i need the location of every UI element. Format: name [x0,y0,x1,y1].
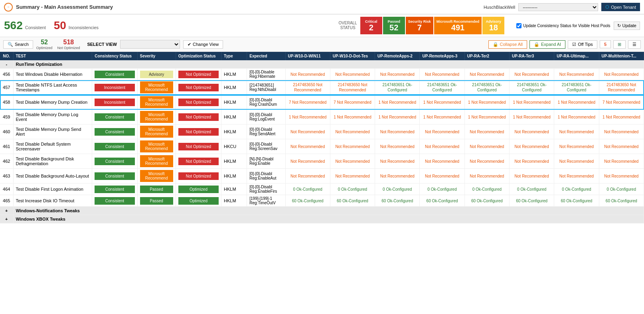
col-header-host-7: UP-RA-Ultimap... [554,52,599,60]
col-header-host-6: UP-RA-Ter3 [510,52,554,60]
select-view-dropdown[interactable] [120,40,180,49]
host-cell-3-6: 1 Not Recommended [554,110,599,124]
row-cs: Consistent [92,154,137,169]
expand-all-button[interactable]: 🔒 Expand AI [529,40,565,49]
host-cell-5-6: Not Recommended [554,139,599,154]
group-row-runtime[interactable]: -RunTime Optimization [0,60,644,69]
row-test: Test Windows Disable Hibernation [13,69,92,80]
page-title: Summary - Main Assessment Summary [16,4,113,10]
host-cell-2-3: 1 Not Recommended [420,95,464,110]
row-sev: Microsoft Recommend [137,154,176,169]
host-cell-5-5: Not Recommended [510,139,554,154]
row-cs: Consistent [92,69,137,80]
host-cell-8-3: 0 Ok-Configured [420,184,464,195]
row-opt: Not Optimized [176,154,221,169]
row-type: HKLM [221,169,247,184]
host-cell-4-0: Not Recommended [285,124,330,139]
host-cell-0-0: Not Recommended [285,69,330,80]
open-tenant-button[interactable]: ⬡ Open Tenant [601,3,640,11]
row-opt: Not Optimized [176,80,221,95]
table-row: 461 Test Disable Default System Screensa… [0,139,644,154]
main-table-container: NO. TEST Consistency Status Severity Opt… [0,52,644,313]
collapse-all-button[interactable]: 🔒 Collapse All [488,40,527,49]
host-cell-3-2: 1 Not Recommended [375,110,420,124]
not-optimized-count-area: 518 Not Optimized [57,39,80,50]
host-cell-0-3: Not Recommended [420,69,464,80]
optimized-count: 52 [41,39,48,46]
col-header-sev: Severity [137,52,176,60]
host-cell-4-5: Not Recommended [510,124,554,139]
host-cell-0-6: Not Recommended [554,69,599,80]
row-expected: [2147483651] Reg:NtfsDisabl [247,80,285,95]
menu-button[interactable]: ☰ [628,40,641,49]
tenant-dropdown[interactable]: ---------- [518,3,598,11]
row-opt: Not Optimized [176,95,221,110]
host-cell-0-7: Not Recommended [599,69,644,80]
inconsistent-count: 50 [54,19,66,32]
group-expand-icon[interactable]: + [0,215,13,223]
row-test: Test Disable Memory Dump Log Event [13,110,92,124]
row-sev: Microsoft Recommend [137,80,176,95]
passed-badge: Passed 52 [383,17,405,34]
assessment-table: NO. TEST Consistency Status Severity Opt… [0,52,644,223]
row-expected: [199]-[199]-1 Reg:TimeOutV [247,195,285,207]
html5-icon: 5 [604,42,606,47]
update-area: Update Consistency Status for Visible Ho… [516,22,640,30]
row-sev: Passed [137,195,176,207]
excel-icon-button[interactable]: ⊞ [613,40,626,49]
search-button[interactable]: 🔍 Search [3,40,33,49]
update-consistency-checkbox[interactable] [516,23,522,28]
row-type: HKLM [221,124,247,139]
host-cell-2-5: 1 Not Recommended [510,95,554,110]
group-row-footer[interactable]: +Windows-Notifications Tweaks [0,207,644,215]
ms-recommended-badge: Microsoft Recommended 491 [434,17,482,34]
security-risk-badge: Security Risk 7 [406,17,433,34]
host-cell-3-3: 1 Not Recommended [420,110,464,124]
table-row: 456 Test Windows Disable Hibernation Con… [0,69,644,80]
row-opt: Not Optimized [176,124,221,139]
row-opt: Not Optimized [176,110,221,124]
group-label: Windows XBOX Tweaks [13,215,644,223]
host-cell-6-3: Not Recommended [420,154,464,169]
host-cell-3-4: 1 Not Recommended [464,110,509,124]
row-test: Test Disable Memory Dump Send Alert [13,124,92,139]
host-cell-5-7: Not Recommended [599,139,644,154]
host-cell-4-1: Not Recommended [330,124,375,139]
row-sev: Microsoft Recommend [137,95,176,110]
host-cell-3-7: 1 Not Recommended [599,110,644,124]
update-button[interactable]: ↻ Update [614,22,640,30]
host-cell-9-3: 60 Ok-Configured [420,195,464,207]
col-header-host-3: UP-RemoteApps-2 [375,52,420,60]
host-cell-6-7: Not Recommended [599,154,644,169]
row-sev: Microsoft Recommend [137,169,176,184]
row-no: 460 [0,124,13,139]
row-test: Test Disable Background Disk Defragmenta… [13,154,92,169]
html-icon-button[interactable]: 5 [600,40,611,48]
host-cell-8-5: 0 Ok-Configured [510,184,554,195]
host-cell-9-6: 60 Ok-Configured [554,195,599,207]
advisory-badge: Advisory 18 [482,17,504,34]
group-row-footer[interactable]: +Windows XBOX Tweaks [0,215,644,223]
row-type: HKLM [221,154,247,169]
turn-off-tips-button[interactable]: ☑ Off Tips [568,40,597,49]
row-sev: Microsoft Recommend [137,124,176,139]
row-expected: [0]-[0]-Disabl Reg:ScreenSav [247,139,285,154]
row-type: HKLM [221,184,247,195]
col-header-type: Type [221,52,247,60]
group-expand-icon[interactable]: - [0,60,13,69]
header-title-area: ○ Summary - Main Assessment Summary [4,3,113,12]
host-cell-7-7: Not Recommended [599,169,644,184]
group-expand-icon[interactable]: + [0,207,13,215]
change-view-button[interactable]: ✔ Change View [183,40,223,49]
host-cell-4-4: Not Recommended [464,124,509,139]
row-expected: [0]-[0]-Disabl Reg:CrashDum [247,95,285,110]
host-cell-1-0: 2147483650 Not Recommended [285,80,330,95]
row-no: 462 [0,154,13,169]
row-expected: [0]-[0]-Disabl Reg:EnableFirs [247,184,285,195]
update-check-label[interactable]: Update Consistency Status for Visible Ho… [516,23,610,28]
host-cell-0-1: Not Recommended [330,69,375,80]
host-cell-7-0: Not Recommended [285,169,330,184]
row-no: 457 [0,80,13,95]
row-expected: [0]-[0]-Disabl Reg:EnableAut [247,169,285,184]
optimization-counts: 52 Optimized 518 Not Optimized [36,39,80,50]
